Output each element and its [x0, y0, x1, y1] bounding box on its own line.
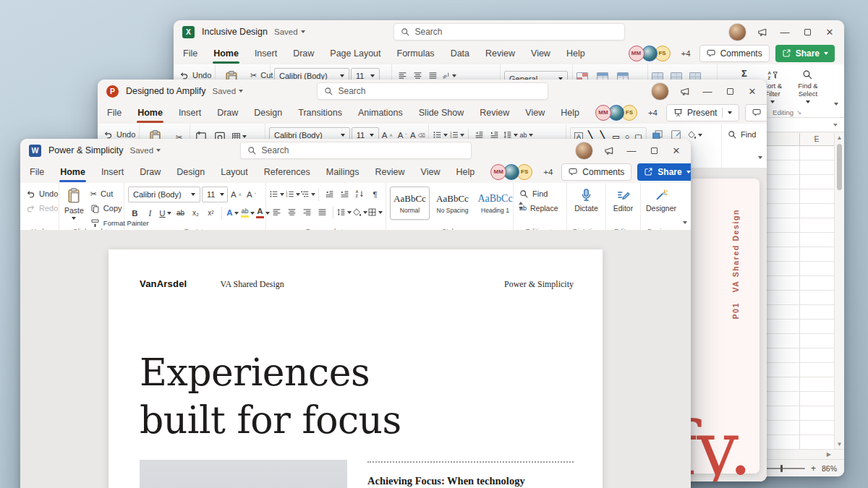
word-tab-insert[interactable]: Insert [101, 167, 124, 177]
scroll-down-arrow[interactable]: ▼ [837, 441, 843, 448]
word-app-icon[interactable]: W [29, 145, 41, 157]
excel-tab-page-layout[interactable]: Page Layout [330, 48, 380, 59]
excel-titlebar[interactable]: X Inclusive Design Saved Search — ✕ [174, 20, 844, 43]
superscript-button[interactable]: x² [204, 205, 218, 221]
designer-button[interactable]: Designer [644, 187, 678, 214]
borders-button[interactable] [368, 205, 382, 220]
word-tab-help[interactable]: Help [456, 167, 475, 177]
document-page[interactable]: VanArsdel VA Shared Design Power & Simpl… [109, 249, 603, 488]
scroll-up-arrow[interactable]: ▲ [837, 134, 843, 141]
avatar-mm[interactable]: MM [629, 46, 644, 61]
collaborator-avatars[interactable]: MM FS [595, 105, 637, 121]
word-tab-draw[interactable]: Draw [140, 167, 161, 177]
account-avatar[interactable] [651, 82, 669, 100]
megaphone-icon[interactable] [757, 27, 768, 38]
bullet-list-button[interactable] [270, 187, 284, 202]
excel-tab-review[interactable]: Review [485, 48, 515, 59]
collapse-ribbon-chevron[interactable] [758, 153, 762, 160]
powerpoint-tab-file[interactable]: File [107, 108, 122, 118]
zoom-in-button[interactable]: + [811, 463, 816, 474]
paste-button[interactable]: Paste [63, 187, 85, 225]
excel-tab-file[interactable]: File [183, 48, 197, 59]
grow-font-button[interactable]: A˄ [229, 187, 243, 202]
excel-tab-insert[interactable]: Insert [255, 48, 277, 59]
numbered-list-button[interactable] [285, 187, 299, 202]
vertical-scrollbar[interactable]: ▲▼ [834, 133, 844, 449]
megaphone-icon[interactable] [604, 145, 615, 156]
word-document-area[interactable]: VanArsdel VA Shared Design Power & Simpl… [20, 230, 691, 488]
sort-button[interactable] [353, 187, 367, 202]
word-saved-status[interactable]: Saved [130, 146, 161, 155]
collaborator-avatars[interactable]: MM FS [490, 164, 532, 180]
expand-formula-bar-chevron[interactable] [833, 124, 838, 127]
powerpoint-tab-view[interactable]: View [525, 108, 545, 118]
line-spacing-button[interactable] [337, 205, 351, 220]
zoom-slider[interactable] [763, 468, 805, 469]
redo-button[interactable]: Redo [24, 201, 55, 215]
bold-button[interactable]: B [128, 205, 142, 221]
minimize-button[interactable]: — [702, 85, 713, 97]
maximize-button[interactable] [724, 85, 736, 97]
share-button[interactable]: Share [775, 45, 835, 62]
account-avatar[interactable] [575, 142, 593, 160]
powerpoint-tab-help[interactable]: Help [561, 108, 579, 118]
shrink-font-button[interactable]: Aˇ [244, 187, 258, 202]
powerpoint-saved-status[interactable]: Saved [212, 87, 243, 95]
excel-tab-data[interactable]: Data [451, 48, 469, 59]
shading-button[interactable] [352, 205, 366, 220]
maximize-button[interactable] [648, 145, 660, 156]
powerpoint-tab-transitions[interactable]: Transitions [298, 108, 342, 118]
share-button[interactable]: Share [637, 163, 691, 181]
word-tab-mailings[interactable]: Mailings [326, 167, 359, 177]
excel-saved-status[interactable]: Saved [274, 27, 305, 36]
powerpoint-app-icon[interactable]: P [106, 85, 119, 98]
dialog-launcher-icon[interactable]: ↘ [796, 109, 801, 116]
dictate-button[interactable]: Dictate [571, 187, 602, 214]
account-avatar[interactable] [728, 23, 746, 41]
excel-tab-draw[interactable]: Draw [293, 48, 314, 59]
increase-indent-button[interactable] [338, 187, 352, 202]
avatar-mm[interactable]: MM [595, 105, 611, 121]
replace-button[interactable]: abReplace [517, 201, 563, 215]
word-tab-references[interactable]: References [264, 167, 310, 177]
italic-button[interactable]: I [143, 205, 157, 221]
minimize-button[interactable]: — [626, 145, 637, 156]
powerpoint-titlebar[interactable]: P Designed to Amplify Saved Search — ✕ [98, 80, 767, 103]
excel-tab-view[interactable]: View [531, 48, 550, 59]
zoom-level[interactable]: 86% [822, 464, 837, 473]
maximize-button[interactable] [801, 26, 813, 38]
excel-app-icon[interactable]: X [182, 26, 195, 38]
strikethrough-button[interactable]: ab [174, 205, 187, 221]
align-left-button[interactable] [270, 205, 284, 220]
font-size-select[interactable]: 11 [202, 187, 228, 202]
powerpoint-tab-slide-show[interactable]: Slide Show [419, 108, 464, 118]
word-tab-design[interactable]: Design [176, 167, 205, 177]
powerpoint-tab-home[interactable]: Home [137, 108, 163, 118]
scroll-thumb[interactable] [837, 144, 842, 190]
column-header-e[interactable]: E [799, 134, 834, 143]
megaphone-icon[interactable] [680, 86, 691, 97]
undo-button[interactable]: Undo [24, 187, 55, 201]
excel-tab-help[interactable]: Help [566, 48, 585, 59]
find-button[interactable]: Find [517, 187, 563, 201]
avatar-overflow-count[interactable]: +4 [681, 49, 691, 58]
collaborator-avatars[interactable]: MM FS [629, 46, 671, 61]
underline-button[interactable]: U [158, 205, 172, 221]
scroll-right-arrow[interactable]: ▶ [827, 451, 831, 458]
powerpoint-tab-review[interactable]: Review [480, 108, 509, 118]
word-tab-home[interactable]: Home [60, 167, 85, 177]
style-card[interactable]: AaBbCc No Spacing [433, 187, 472, 220]
comments-button[interactable]: Comments [699, 45, 770, 62]
word-tab-file[interactable]: File [30, 167, 44, 177]
present-button[interactable]: Present [666, 104, 739, 121]
pilcrow-button[interactable]: ¶ [368, 187, 382, 202]
comments-button[interactable]: Comments [561, 163, 631, 181]
powerpoint-tab-animations[interactable]: Animations [358, 108, 403, 118]
avatar-overflow-count[interactable]: +4 [648, 108, 658, 117]
excel-tab-formulas[interactable]: Formulas [397, 48, 435, 59]
highlight-color-button[interactable]: ab [241, 205, 255, 221]
word-tab-layout[interactable]: Layout [221, 167, 248, 177]
multilevel-list-button[interactable] [301, 187, 315, 202]
document-image-placeholder[interactable] [140, 460, 347, 488]
word-tab-review[interactable]: Review [375, 167, 405, 177]
